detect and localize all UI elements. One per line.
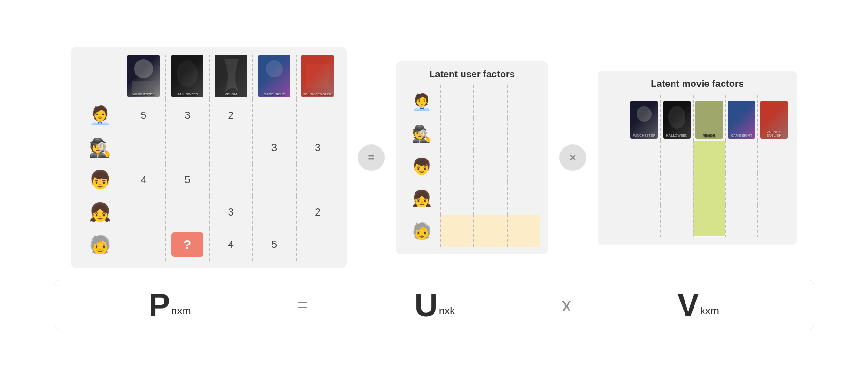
mf-f1-m1 xyxy=(628,141,660,173)
formula-right: V kxm xyxy=(583,289,814,321)
uf-row-3: 👦 xyxy=(404,150,540,182)
user-row-4: 👧 3 2 xyxy=(78,196,339,228)
movie-header-venom: VENOM xyxy=(209,55,252,99)
rating-u1-m5 xyxy=(296,99,339,132)
ratings-table: WINCHESTER HALLOWEEN xyxy=(78,55,339,261)
rating-u5-m5 xyxy=(296,228,339,261)
mf-factor-label-1 xyxy=(605,141,628,173)
poster-gamenight: GAME NIGHT xyxy=(258,55,290,97)
movie-header-halloween: HALLOWEEN xyxy=(165,55,209,99)
rating-u4-m1 xyxy=(122,196,165,228)
mf-f2-m5 xyxy=(757,173,790,205)
avatar-u4: 👧 xyxy=(78,196,122,228)
uf-u5-f3 xyxy=(507,215,540,247)
question-mark-cell: ? xyxy=(171,232,203,257)
rating-u1-m3: 2 xyxy=(209,99,252,132)
mf-poster-johnny: JOHNNY ENGLISH xyxy=(757,95,790,141)
movie-factors-panel: Latent movie factors WINCHESTER HALLOWEE… xyxy=(598,71,797,245)
formula-times: x xyxy=(550,294,583,316)
svg-rect-8 xyxy=(306,64,329,88)
uf-u1-f2 xyxy=(473,85,507,118)
rating-u5-m1 xyxy=(122,228,165,261)
mf-factor-label-3 xyxy=(605,205,628,237)
uf-u4-f2 xyxy=(473,182,507,215)
avatar-u2: 🕵️ xyxy=(78,132,122,164)
uf-u2-f1 xyxy=(440,118,473,150)
mf-movie-johnny: JOHNNY ENGLISH xyxy=(760,101,788,139)
uf-u1-f1 xyxy=(440,85,473,118)
movie-header-winchester: WINCHESTER xyxy=(122,55,165,99)
uf-avatar-u4: 👧 xyxy=(404,182,440,215)
formula-p-letter: P xyxy=(149,289,170,321)
rating-u2-m3 xyxy=(209,132,252,164)
rating-u2-m1 xyxy=(122,132,165,164)
rating-u5-m4: 5 xyxy=(252,228,295,261)
rating-u2-m4: 3 xyxy=(252,132,295,164)
mf-f2-m2 xyxy=(660,173,693,205)
mf-poster-halloween: HALLOWEEN xyxy=(660,95,693,141)
user-row-2: 🕵️ 3 3 xyxy=(78,132,339,164)
uf-u1-f3 xyxy=(507,85,540,118)
svg-point-3 xyxy=(177,60,198,87)
avatar-u5: 🧓 xyxy=(78,228,122,261)
rating-u4-m2 xyxy=(165,196,209,228)
rating-u3-m4 xyxy=(252,164,295,196)
rating-u2-m2 xyxy=(165,132,209,164)
mf-f2-m3-hi xyxy=(693,173,725,205)
movie-factors-title: Latent movie factors xyxy=(605,78,790,89)
mf-f1-m2 xyxy=(660,141,693,173)
poster-venom: VENOM xyxy=(215,55,247,97)
movie-header-gamenight: GAME NIGHT xyxy=(252,55,295,99)
user-row-3: 👦 4 5 xyxy=(78,164,339,196)
avatar-u3: 👦 xyxy=(78,164,122,196)
rating-u3-m1: 4 xyxy=(122,164,165,196)
svg-rect-13 xyxy=(695,101,723,139)
user-factors-panel: Latent user factors 🧑‍💼 🕵️ 👦 xyxy=(396,61,548,254)
mf-movie-venom: VENOM xyxy=(695,101,723,139)
equals-label: = xyxy=(368,151,375,164)
rating-u3-m3 xyxy=(209,164,252,196)
mf-movie-winchester: WINCHESTER xyxy=(630,101,658,139)
mf-movie-halloween: HALLOWEEN xyxy=(663,101,691,139)
formula-left: P nxm xyxy=(54,289,285,321)
svg-point-0 xyxy=(134,59,153,78)
formula-mid: U nxk xyxy=(319,289,550,321)
formula-bar: P nxm = U nxk x V kxm xyxy=(54,280,814,330)
formula-v-letter: V xyxy=(677,289,699,321)
uf-u3-f2 xyxy=(473,150,507,182)
user-row-5: 🧓 ? 4 5 xyxy=(78,228,339,261)
formula-u-letter: U xyxy=(415,289,438,321)
svg-rect-14 xyxy=(728,101,755,139)
mf-header-row: WINCHESTER HALLOWEEN VENOM xyxy=(605,95,790,141)
mf-empty-header xyxy=(605,95,628,141)
uf-row-4: 👧 xyxy=(404,182,540,215)
svg-rect-1 xyxy=(132,81,155,95)
rating-u1-m2: 3 xyxy=(165,99,209,132)
avatar-u1: 🧑‍💼 xyxy=(78,99,122,132)
user-factors-title: Latent user factors xyxy=(404,69,540,80)
uf-u4-f1 xyxy=(440,182,473,215)
mf-f1-m5 xyxy=(757,141,790,173)
rating-u1-m1: 5 xyxy=(122,99,165,132)
formula-u-sub: nxk xyxy=(439,305,455,321)
diagram-row: WINCHESTER HALLOWEEN xyxy=(71,47,797,268)
uf-avatar-u1: 🧑‍💼 xyxy=(404,85,440,118)
formula-p-sub: nxm xyxy=(171,305,191,321)
svg-point-12 xyxy=(668,106,685,129)
mf-f3-m5 xyxy=(757,205,790,237)
user-row-1: 🧑‍💼 5 3 2 xyxy=(78,99,339,132)
mf-f2-m1 xyxy=(628,173,660,205)
formula-equals: = xyxy=(285,294,319,316)
mf-f3-m2 xyxy=(660,205,693,237)
uf-avatar-u2: 🕵️ xyxy=(404,118,440,150)
uf-u4-f3 xyxy=(507,182,540,215)
rating-u5-m3: 4 xyxy=(209,228,252,261)
ratings-matrix-panel: WINCHESTER HALLOWEEN xyxy=(71,47,347,268)
mf-poster-venom: VENOM xyxy=(693,95,725,141)
mf-factor-label-2 xyxy=(605,173,628,205)
mf-f3-m4 xyxy=(725,205,757,237)
mf-factor-row-2 xyxy=(605,173,790,205)
formula-v-sub: kxm xyxy=(700,305,719,321)
rating-u5-m2: ? xyxy=(165,228,209,261)
user-factors-table: 🧑‍💼 🕵️ 👦 👧 xyxy=(404,85,540,247)
